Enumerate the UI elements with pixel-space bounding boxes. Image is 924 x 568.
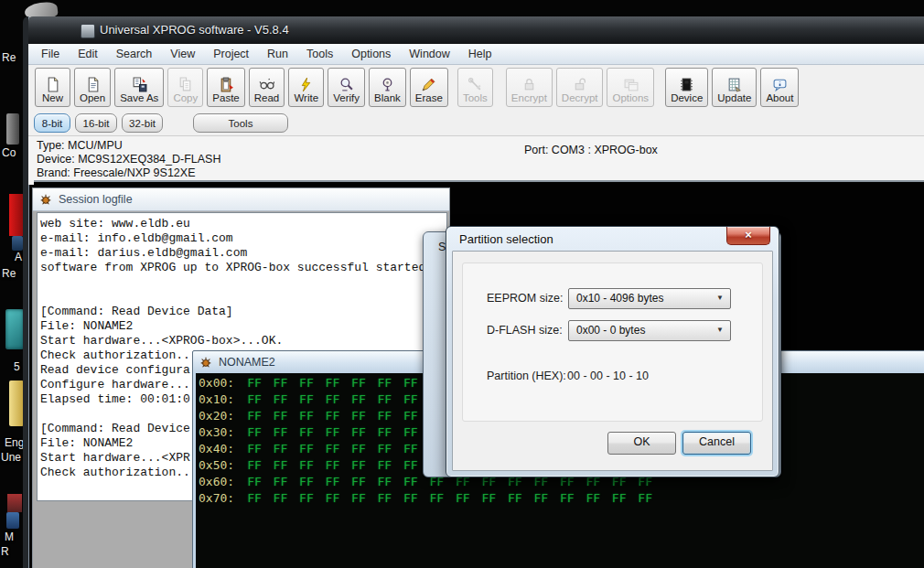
dflash-size-value: 0x00 - 0 bytes	[576, 324, 645, 337]
eeprom-size-dropdown[interactable]: 0x10 - 4096 bytes ▼	[568, 288, 731, 309]
session-log-icon	[39, 193, 52, 206]
session-log-title: Session logfile	[59, 193, 133, 206]
log-line: File: NONAME2	[38, 319, 446, 334]
new-button[interactable]: New	[35, 68, 70, 107]
menu-tools[interactable]: Tools	[297, 46, 342, 62]
menu-window[interactable]: Window	[400, 46, 458, 62]
write-button[interactable]: Write	[288, 68, 324, 107]
chevron-down-icon: ▼	[716, 326, 724, 334]
device-name-text: Device: MC9S12XEQ384_D-FLASH	[37, 153, 220, 166]
log-line: e-mail: darius.eldb@gmail.com	[38, 246, 446, 261]
encrypt-button[interactable]: Encrypt	[506, 68, 553, 107]
read-button[interactable]: Read	[249, 68, 285, 107]
save-as-icon	[132, 77, 147, 92]
copy-icon	[177, 77, 193, 92]
blank-check-magnifier-icon	[380, 77, 395, 92]
desktop-icon-label: 5	[14, 360, 20, 373]
teal-app-icon[interactable]	[5, 309, 24, 349]
desktop-icon-label: R	[1, 545, 9, 558]
desktop-icon-label: Eng	[5, 436, 24, 449]
tab-32bit[interactable]: 32-bit	[122, 113, 163, 133]
blank-button[interactable]: Blank	[369, 68, 406, 107]
tools-wrench-icon	[467, 77, 483, 92]
decrypt-button[interactable]: Decrypt	[556, 68, 604, 107]
log-line: software from XPROG up to XPROG-box succ…	[38, 261, 446, 275]
options-button[interactable]: Options	[607, 68, 654, 107]
tab-tools[interactable]: Tools	[193, 113, 288, 133]
desktop-icon-label: Re	[2, 51, 16, 64]
open-file-icon	[85, 77, 101, 92]
hex-row: 0x70:FF FF FF FF FF FF FF FF FF FF FF FF…	[199, 490, 924, 507]
adobe-reader-icon[interactable]	[9, 194, 23, 236]
noname2-title: NONAME2	[219, 356, 275, 369]
menu-run[interactable]: Run	[258, 46, 297, 62]
app-window-icon	[81, 24, 95, 38]
menu-help[interactable]: Help	[459, 46, 501, 62]
device-info-panel: Type: MCU/MPU Device: MC9S12XEQ384_D-FLA…	[28, 136, 924, 185]
log-line: [Command: Read Device Data]	[38, 305, 446, 319]
session-log-titlebar[interactable]: Session logfile	[33, 188, 449, 211]
desktop: Re Co A Re 5 Eng Une M R Universal XPROG…	[0, 0, 924, 568]
app-badge-icon	[12, 236, 23, 251]
options-windows-icon	[623, 77, 639, 92]
save-as-button[interactable]: Save As	[114, 68, 164, 107]
desktop-icon-label: Re	[2, 267, 16, 280]
partition-selection-dialog: Partition selection × EEPROM size: 0x10 …	[446, 226, 779, 477]
title-bar[interactable]: Universal XPROG software - V5.8.4	[28, 16, 924, 44]
lock-closed-icon	[521, 77, 537, 92]
window-title: Universal XPROG software - V5.8.4	[100, 23, 289, 37]
desktop-icon-label: M	[5, 530, 14, 543]
eeprom-size-label: EEPROM size:	[487, 292, 563, 305]
app-icon[interactable]	[7, 494, 22, 512]
toolbar: New Open Save As Copy Paste Read	[28, 65, 924, 111]
app-badge-icon	[6, 512, 19, 529]
menu-search[interactable]: Search	[107, 46, 162, 62]
verify-button[interactable]: Verify	[328, 68, 365, 107]
chevron-down-icon: ▼	[716, 294, 724, 302]
cancel-button[interactable]: Cancel	[682, 432, 751, 455]
menu-project[interactable]: Project	[204, 46, 258, 62]
read-glasses-icon	[259, 77, 274, 92]
about-info-icon	[772, 77, 788, 92]
device-button[interactable]: Device	[665, 68, 708, 107]
port-text: Port: COM3 : XPROG-box	[524, 144, 658, 156]
eeprom-size-value: 0x10 - 4096 bytes	[576, 292, 663, 305]
device-type-text: Type: MCU/MPU	[37, 139, 123, 152]
partition-group-box: EEPROM size: 0x10 - 4096 bytes ▼ D-FLASH…	[462, 263, 763, 422]
copy-button[interactable]: Copy	[167, 68, 203, 107]
desktop-icon-label: Co	[2, 146, 16, 159]
device-chip-icon	[679, 77, 694, 92]
dialog-body: EEPROM size: 0x10 - 4096 bytes ▼ D-FLASH…	[452, 251, 773, 471]
desktop-icon-label: Une	[1, 451, 21, 464]
tab-8bit[interactable]: 8-bit	[34, 113, 70, 133]
close-button[interactable]: ×	[726, 227, 770, 245]
ok-button[interactable]: OK	[607, 432, 676, 455]
update-button[interactable]: Update	[712, 68, 757, 107]
paste-button[interactable]: Paste	[207, 68, 244, 107]
dflash-size-dropdown[interactable]: 0x00 - 0 bytes ▼	[568, 320, 731, 341]
menu-view[interactable]: View	[161, 46, 204, 62]
menu-edit[interactable]: Edit	[69, 46, 107, 62]
about-button[interactable]: About	[760, 68, 799, 107]
erase-button[interactable]: Erase	[410, 68, 448, 107]
folder-icon[interactable]	[9, 380, 24, 426]
log-line: e-mail: info.eldb@gmail.com	[38, 231, 446, 246]
erase-pencil-icon	[421, 77, 436, 92]
log-line: web site: www.eldb.eu	[38, 217, 446, 231]
new-page-icon	[45, 77, 60, 92]
write-lightning-icon	[298, 77, 314, 92]
device-brand-text: Brand: Freescale/NXP 9S12XE	[37, 166, 195, 179]
dflash-size-label: D-FLASH size:	[487, 324, 563, 337]
partition-hex-value: 00 - 00 - 10 - 10	[567, 370, 649, 382]
tab-bar: 8-bit 16-bit 32-bit Tools	[28, 111, 924, 136]
menu-bar: File Edit Search View Project Run Tools …	[28, 44, 924, 65]
desktop-icon-label: A	[15, 251, 22, 263]
tools-button[interactable]: Tools	[457, 68, 493, 107]
menu-file[interactable]: File	[32, 46, 69, 62]
verify-magnifier-icon	[338, 77, 354, 92]
computer-icon[interactable]	[6, 113, 19, 145]
tab-16bit[interactable]: 16-bit	[75, 113, 117, 133]
paste-icon	[219, 77, 234, 92]
open-button[interactable]: Open	[74, 68, 111, 107]
menu-options[interactable]: Options	[342, 46, 400, 62]
